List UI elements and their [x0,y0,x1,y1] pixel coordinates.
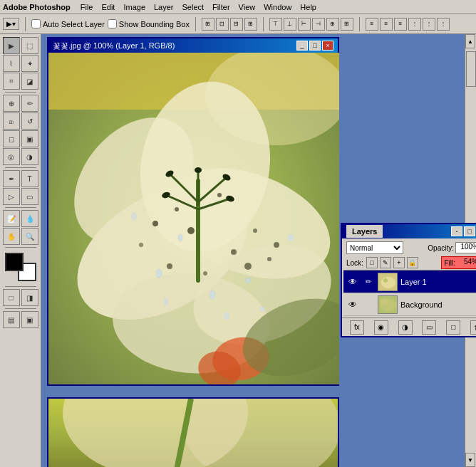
move-tool-button[interactable]: ▶▾ [3,18,19,30]
dist-bot-icon[interactable]: ≡ [394,18,407,31]
minimize-button[interactable]: _ [296,41,308,51]
toolbar-transform-icons: ⊞ ⊡ ⊟ ⊞ [202,18,257,31]
auto-select-checkbox[interactable] [31,19,41,28]
layers-blend-row: NormalDissolveMultiplyScreenOverlay Opac… [343,240,476,256]
fill-value[interactable]: 54% [457,258,476,268]
lasso-tool[interactable]: ⌇ [3,55,20,72]
document-title-bar: 꽃꽃.jpg @ 100% (Layer 1, RGB/8) _ □ × [48,38,338,53]
lock-position-btn[interactable]: + [393,257,405,268]
align-bottom-icon[interactable]: ⊢ [298,18,311,31]
menu-window[interactable]: Window [259,2,296,12]
menu-view[interactable]: View [234,2,260,12]
toolbar-icon-3[interactable]: ⊟ [230,18,243,31]
toolbar-separator-3 [263,17,264,31]
eyedropper-tool[interactable]: 💧 [21,210,38,227]
layers-window-controls: - □ × [451,226,476,236]
svg-point-54 [380,298,388,305]
toolbar-align-icons: ⊤ ⊥ ⊢ ⊣ ⊕ ⊞ [269,18,353,31]
brush-tool[interactable]: ✏ [21,95,38,112]
lock-image-btn[interactable]: ✎ [380,257,391,268]
layer-item-background[interactable]: 👁 ✏ Background 🔒 [343,293,476,316]
layer-item-layer1[interactable]: 👁 ✏ Layer 1 [343,271,476,293]
lock-all-btn[interactable]: 🔒 [407,257,418,268]
toolbox: ▶ ⬚ ⌇ ✦ ⌗ ◪ ⊕ ✏ ⎄ ↺ ◻ ▣ ◎ ◑ ✒ [0,34,41,467]
bounding-box-checkbox[interactable] [108,19,117,28]
text-tool[interactable]: T [21,170,38,187]
new-layer-btn[interactable]: □ [446,320,460,335]
path-select-tool[interactable]: ▷ [3,188,20,205]
marquee-rect-tool[interactable]: ⬚ [21,37,38,54]
dodge-tool[interactable]: ◑ [21,148,38,165]
screen-mode2-btn[interactable]: ▣ [21,311,38,328]
quick-mask-on-btn[interactable]: ◨ [21,289,38,306]
move-tool[interactable]: ▶ [3,37,20,54]
opacity-value[interactable]: 100% [455,242,476,253]
scrollbar-down-btn[interactable]: ▼ [465,453,475,467]
document-canvas [48,53,339,384]
magic-wand-tool[interactable]: ✦ [21,55,38,72]
zoom-tool[interactable]: 🔍 [21,228,38,245]
quick-mask-off-btn[interactable]: □ [3,289,20,306]
layers-restore-btn[interactable]: □ [464,226,475,236]
slice-tool[interactable]: ◪ [21,73,38,90]
menu-file[interactable]: File [76,2,98,12]
tool-row-screen: ▤ ▣ [3,311,38,328]
layers-title-left: Layers [346,225,383,238]
layers-minimize-btn[interactable]: - [451,226,462,236]
menu-help[interactable]: Help [296,2,321,12]
layer-mask-btn[interactable]: ◉ [374,320,388,335]
history-brush-tool[interactable]: ↺ [21,112,38,130]
layers-tab[interactable]: Layers [346,225,383,238]
background-visibility-eye[interactable]: 👁 [346,298,359,311]
hand-tool[interactable]: ✋ [3,228,20,245]
lock-transparent-btn[interactable]: □ [366,257,378,268]
tool-row-4: ⊕ ✏ [3,95,38,112]
crop-tool[interactable]: ⌗ [3,73,20,90]
dist-right-icon[interactable]: ⋮ [437,18,450,31]
align-vcenter-icon[interactable]: ⊥ [284,18,296,31]
dist-vc-icon[interactable]: ≡ [380,18,393,31]
foreground-color-swatch[interactable] [5,253,24,271]
layer1-thumb-image [378,273,398,291]
clone-stamp-tool[interactable]: ⎄ [3,112,20,130]
background-name: Background [400,300,476,309]
toolbar-icon-2[interactable]: ⊡ [216,18,229,31]
align-left-icon[interactable]: ⊣ [312,18,325,31]
dist-top-icon[interactable]: ≡ [366,18,378,31]
canvas-area: 꽃꽃.jpg @ 100% (Layer 1, RGB/8) _ □ × [41,34,476,467]
eraser-tool[interactable]: ◻ [3,130,20,147]
toolbox-sep-3 [5,207,36,208]
scrollbar-thumb[interactable] [466,51,476,87]
svg-point-50 [381,277,395,288]
heal-brush-tool[interactable]: ⊕ [3,95,20,112]
delete-layer-btn[interactable]: 🗑 [470,320,476,335]
menu-select[interactable]: Select [178,2,209,12]
background-thumb-image [378,296,398,314]
dist-left-icon[interactable]: ⋮ [408,18,421,31]
blur-tool[interactable]: ◎ [3,148,20,165]
menu-image[interactable]: Image [119,2,150,12]
shape-tool[interactable]: ▭ [21,188,38,205]
pen-tool[interactable]: ✒ [3,170,20,187]
restore-button[interactable]: □ [309,41,321,51]
menu-layer[interactable]: Layer [150,2,178,12]
auto-select-label: Auto Select Layer [31,19,105,28]
align-right-icon[interactable]: ⊞ [341,18,353,31]
new-group-btn[interactable]: ▭ [422,320,436,335]
scrollbar-up-btn[interactable]: ▲ [465,34,475,48]
toolbar-icon-4[interactable]: ⊞ [244,18,257,31]
blend-mode-select[interactable]: NormalDissolveMultiplyScreenOverlay [346,241,403,254]
layer1-visibility-eye[interactable]: 👁 [346,276,359,288]
toolbar-icon-1[interactable]: ⊞ [202,18,214,31]
screen-mode-btn[interactable]: ▤ [3,311,20,328]
adjustment-layer-btn[interactable]: ◑ [398,320,413,335]
close-button[interactable]: × [322,41,333,51]
dist-hc-icon[interactable]: ⋮ [423,18,435,31]
menu-filter[interactable]: Filter [208,2,234,12]
menu-edit[interactable]: Edit [97,2,119,12]
notes-tool[interactable]: 📝 [3,210,20,227]
gradient-tool[interactable]: ▣ [21,130,38,147]
layer-styles-btn[interactable]: fx [350,320,364,335]
align-hcenter-icon[interactable]: ⊕ [326,18,339,31]
align-top-icon[interactable]: ⊤ [269,18,282,31]
